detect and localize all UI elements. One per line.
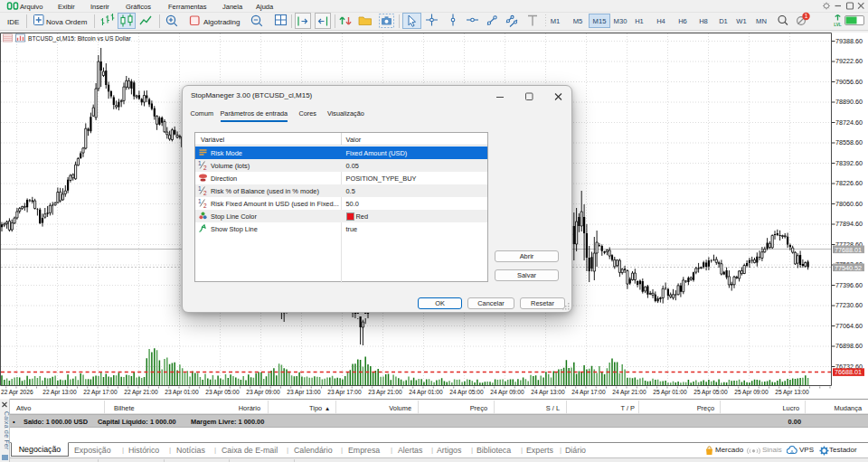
svg-text:78060.60: 78060.60 (835, 200, 863, 208)
svg-text:1: 1 (198, 160, 202, 166)
svg-text:78724.60: 78724.60 (835, 118, 863, 127)
svg-text:MN: MN (756, 17, 767, 25)
svg-text:23 Apr 01:00: 23 Apr 01:00 (165, 389, 199, 396)
svg-text:Ajuda: Ajuda (256, 3, 274, 11)
svg-text:Gráficos: Gráficos (126, 3, 151, 11)
svg-text:Exibir: Exibir (58, 3, 75, 11)
svg-text:77540.52: 77540.52 (835, 264, 862, 272)
svg-text:LVL: LVL (834, 23, 842, 27)
svg-text:24 Apr 05:00: 24 Apr 05:00 (449, 389, 484, 396)
svg-text:23 Apr 21:00: 23 Apr 21:00 (368, 389, 402, 396)
svg-text:77894.60: 77894.60 (835, 220, 863, 228)
svg-text:22 Apr 13:00: 22 Apr 13:00 (42, 389, 77, 396)
svg-text:77064.60: 77064.60 (835, 322, 863, 330)
svg-text:25 Apr 13:00: 25 Apr 13:00 (775, 389, 809, 396)
svg-text:Nova Ordem: Nova Ordem (46, 18, 88, 26)
svg-text:1: 1 (198, 185, 202, 192)
svg-text:25 Apr 05:00: 25 Apr 05:00 (693, 389, 728, 396)
svg-text:Ferramentas: Ferramentas (168, 3, 207, 11)
svg-text:Janela: Janela (222, 3, 243, 11)
svg-text:M15: M15 (593, 17, 607, 25)
svg-text:22 Apr 2026: 22 Apr 2026 (1, 389, 33, 396)
svg-text:77230.60: 77230.60 (835, 301, 863, 309)
svg-text:Arquivo: Arquivo (20, 3, 42, 11)
svg-text:1: 1 (198, 198, 202, 204)
svg-text:77396.60: 77396.60 (835, 281, 863, 289)
svg-text:76688.01: 76688.01 (835, 368, 862, 376)
svg-text:79388.60: 79388.60 (835, 37, 863, 45)
svg-text:24 Apr 17:00: 24 Apr 17:00 (571, 389, 606, 396)
svg-text:77688.01: 77688.01 (835, 246, 862, 254)
svg-text:H1: H1 (635, 17, 644, 25)
svg-text:2: 2 (203, 190, 207, 196)
svg-text:78558.60: 78558.60 (835, 138, 863, 146)
svg-text:D1: D1 (719, 17, 728, 25)
svg-text:24 Apr 13:00: 24 Apr 13:00 (531, 389, 565, 396)
svg-text:2: 2 (203, 165, 207, 171)
svg-text:2: 2 (203, 203, 207, 209)
svg-text:23 Apr 09:00: 23 Apr 09:00 (246, 389, 280, 396)
svg-text:25 Apr 01:00: 25 Apr 01:00 (653, 389, 687, 396)
svg-text:24 Apr 09:00: 24 Apr 09:00 (490, 389, 524, 396)
svg-text:M30: M30 (614, 17, 627, 25)
svg-text:1: 1 (805, 13, 808, 19)
svg-text:25 Apr 09:00: 25 Apr 09:00 (734, 389, 769, 396)
svg-text:24 Apr 21:00: 24 Apr 21:00 (612, 389, 646, 396)
svg-text:79222.60: 79222.60 (835, 57, 863, 65)
svg-text:78392.60: 78392.60 (835, 159, 863, 167)
svg-text:78890.60: 78890.60 (835, 98, 863, 106)
svg-text:IDE: IDE (7, 18, 19, 26)
svg-text:22 Apr 21:00: 22 Apr 21:00 (124, 389, 158, 396)
svg-text:M1: M1 (551, 17, 561, 25)
svg-text:23 Apr 17:00: 23 Apr 17:00 (327, 389, 362, 396)
svg-text:W1: W1 (736, 17, 746, 25)
svg-text:H4: H4 (656, 17, 665, 25)
svg-text:24 Apr 01:00: 24 Apr 01:00 (409, 389, 443, 396)
svg-text:H8: H8 (699, 17, 708, 25)
svg-text:76898.60: 76898.60 (835, 342, 863, 350)
svg-text:Algotrading: Algotrading (203, 18, 240, 26)
svg-text:78226.60: 78226.60 (835, 179, 863, 187)
svg-text:M5: M5 (573, 17, 583, 25)
svg-text:23 Apr 05:00: 23 Apr 05:00 (205, 389, 240, 396)
svg-text:23 Apr 13:00: 23 Apr 13:00 (287, 389, 321, 396)
svg-text:22 Apr 17:00: 22 Apr 17:00 (83, 389, 118, 396)
svg-text:Inserir: Inserir (90, 3, 109, 11)
svg-text:79056.60: 79056.60 (835, 78, 863, 86)
svg-text:H6: H6 (678, 17, 687, 25)
svg-text:BTCUSD_cl,M15: Bitcoin vs US D: BTCUSD_cl,M15: Bitcoin vs US Dollar (28, 35, 131, 42)
